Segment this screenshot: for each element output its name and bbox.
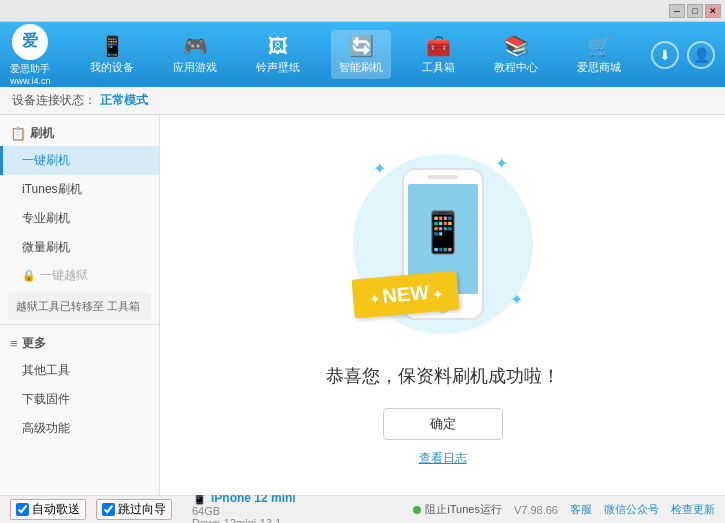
wallpaper-icon: 🖼 [268,35,288,58]
title-bar: ─ □ ✕ [0,0,725,22]
itunes-status: 阻止iTunes运行 [413,502,502,517]
more-section-header: ≡ 更多 [0,329,159,356]
bottom-bar: 自动歌送 跳过向导 📱 iPhone 12 mini 64GB Down-12m… [0,495,725,523]
confirm-button[interactable]: 确定 [383,408,503,440]
sidebar-divider [0,324,159,325]
svg-text:📱: 📱 [418,208,468,256]
nav-label: 应用游戏 [173,60,217,75]
top-nav: 爱 爱思助手 www.i4.cn 📱 我的设备 🎮 应用游戏 🖼 铃声壁纸 🔄 … [0,22,725,87]
logo-icon: 爱 [12,24,48,60]
sparkle-top-right: ✦ [495,154,508,173]
status-label: 设备连接状态： [12,92,96,109]
main-layout: 📋 刷机 一键刷机 iTunes刷机 专业刷机 微量刷机 🔒 一键越狱 越狱工具… [0,115,725,495]
version-text: V7.98.66 [514,504,558,516]
sidebar-note: 越狱工具已转移至 工具箱 [8,293,151,320]
sparkle-top-left: ✦ [373,159,386,178]
nav-label: 智能刷机 [339,60,383,75]
nav-items: 📱 我的设备 🎮 应用游戏 🖼 铃声壁纸 🔄 智能刷机 🧰 工具箱 📚 教程中心… [71,30,641,79]
sidebar-advanced[interactable]: 高级功能 [0,414,159,443]
phone-illustration: ✦ ✦ ✦ 📱 NEW [343,144,543,344]
device-model: Down-12mini-13,1 [192,517,296,524]
device-storage: 64GB [192,505,296,517]
flash-section-icon: 📋 [10,126,26,141]
view-log-link[interactable]: 查看日志 [419,450,467,467]
nav-label: 铃声壁纸 [256,60,300,75]
nav-label: 工具箱 [422,60,455,75]
skip-wizard-checkbox[interactable]: 跳过向导 [96,499,172,520]
nav-mall[interactable]: 🛒 爱思商城 [569,30,629,79]
sidebar-one-key-flash[interactable]: 一键刷机 [0,146,159,175]
apps-icon: 🎮 [183,34,208,58]
service-link[interactable]: 客服 [570,502,592,517]
sparkle-bottom-right: ✦ [510,290,523,309]
itunes-status-dot [413,506,421,514]
close-btn[interactable]: ✕ [705,4,721,18]
nav-label: 爱思商城 [577,60,621,75]
skip-wizard-input[interactable] [102,503,115,516]
restore-btn[interactable]: □ [687,4,703,18]
content-area: ✦ ✦ ✦ 📱 NEW 恭喜您，保资料刷机成功啦！ 确定 查看日志 [160,115,725,495]
status-value: 正常模式 [100,92,148,109]
mall-icon: 🛒 [587,34,612,58]
bottom-right: 阻止iTunes运行 V7.98.66 客服 微信公众号 检查更新 [413,502,715,517]
sidebar-jailbreak-locked: 🔒 一键越狱 [0,262,159,289]
sidebar-micro-flash[interactable]: 微量刷机 [0,233,159,262]
status-bar: 设备连接状态： 正常模式 [0,87,725,115]
sidebar-itunes-flash[interactable]: iTunes刷机 [0,175,159,204]
logo-text: 爱思助手 www.i4.cn [10,62,51,86]
tutorials-icon: 📚 [504,34,529,58]
svg-rect-3 [428,175,458,179]
flash-icon: 🔄 [349,34,374,58]
sidebar-download-firmware[interactable]: 下载固件 [0,385,159,414]
lock-icon: 🔒 [22,269,36,282]
wechat-link[interactable]: 微信公众号 [604,502,659,517]
nav-my-device[interactable]: 📱 我的设备 [82,30,142,79]
device-icon: 📱 [100,34,125,58]
sidebar-other-tools[interactable]: 其他工具 [0,356,159,385]
auto-send-checkbox[interactable]: 自动歌送 [10,499,86,520]
auto-send-input[interactable] [16,503,29,516]
logo-area: 爱 爱思助手 www.i4.cn [10,24,51,86]
user-btn[interactable]: 👤 [687,41,715,69]
success-text: 恭喜您，保资料刷机成功啦！ [326,364,560,388]
window-controls[interactable]: ─ □ ✕ [669,4,721,18]
nav-label: 我的设备 [90,60,134,75]
nav-tools[interactable]: 🧰 工具箱 [414,30,463,79]
nav-tutorials[interactable]: 📚 教程中心 [486,30,546,79]
nav-apps[interactable]: 🎮 应用游戏 [165,30,225,79]
minimize-btn[interactable]: ─ [669,4,685,18]
check-update-link[interactable]: 检查更新 [671,502,715,517]
download-btn[interactable]: ⬇ [651,41,679,69]
sidebar: 📋 刷机 一键刷机 iTunes刷机 专业刷机 微量刷机 🔒 一键越狱 越狱工具… [0,115,160,495]
nav-label: 教程中心 [494,60,538,75]
nav-wallpaper[interactable]: 🖼 铃声壁纸 [248,31,308,79]
nav-right-controls: ⬇ 👤 [651,41,715,69]
device-info: 📱 iPhone 12 mini 64GB Down-12mini-13,1 [192,491,296,524]
flash-section-header: 📋 刷机 [0,119,159,146]
tools-icon: 🧰 [426,34,451,58]
more-section-icon: ≡ [10,336,18,351]
sidebar-pro-flash[interactable]: 专业刷机 [0,204,159,233]
bottom-left: 自动歌送 跳过向导 📱 iPhone 12 mini 64GB Down-12m… [10,491,413,524]
nav-smart-flash[interactable]: 🔄 智能刷机 [331,30,391,79]
